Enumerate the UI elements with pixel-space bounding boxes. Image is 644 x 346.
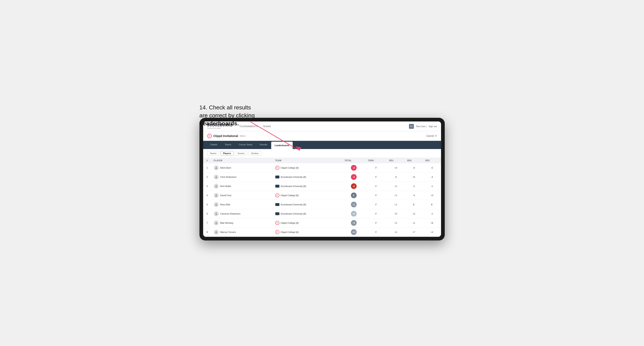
table-row: 2 Chris Robertson Scoreboard University …	[203, 173, 441, 182]
cell-rd2: +2	[405, 209, 423, 218]
filter-scores[interactable]: Scores	[235, 151, 247, 156]
tab-nav: Details Teams Course Setup Results Leade…	[203, 141, 441, 149]
svg-point-4	[216, 185, 217, 186]
cell-rd3: -5	[423, 163, 441, 173]
tournament-header: C Clippd Invitational (Men) Cancel ✕	[203, 131, 441, 141]
player-name: Rees Britt	[220, 203, 230, 206]
instruction-highlight: Leaderboards.	[200, 120, 239, 127]
cell-rd2: -6	[405, 163, 423, 173]
tournament-name: Clippd Invitational	[213, 134, 238, 138]
cell-total: -8	[342, 163, 366, 173]
table-row: 4 David Ford CClippd College [A]EF+1-4+3	[203, 191, 441, 200]
team-logo-clippd: C	[275, 230, 280, 234]
cell-thru: F	[366, 163, 387, 173]
score-badge: -2	[351, 183, 357, 189]
outer-container: 14. Check all results are correct by cli…	[200, 106, 445, 240]
player-name: Cameron Robertson	[220, 212, 240, 215]
cell-rd3: -4	[423, 173, 441, 182]
tablet-screen: SCOREBOARD Powered by clippd TOURNAMENTS…	[203, 122, 441, 237]
cell-rank: 1	[203, 163, 211, 173]
team-name: Clippd College [A]	[280, 231, 298, 233]
col-rd2: RD2	[405, 158, 423, 163]
table-row: 7 Blair McHarg CClippd College [A]+9F+2+…	[203, 218, 441, 228]
instruction-line2: are correct by clicking	[200, 112, 255, 119]
cell-thru: F	[366, 228, 387, 237]
cell-thru: F	[366, 182, 387, 191]
cancel-button[interactable]: Cancel ✕	[426, 135, 437, 137]
cell-team: Scoreboard University [A]	[273, 173, 342, 182]
team-logo-clippd: C	[275, 166, 280, 170]
svg-point-9	[216, 231, 217, 232]
cell-total: -4	[342, 173, 366, 182]
user-label: Test User |	[416, 125, 426, 128]
score-badge: -4	[351, 174, 357, 180]
player-avatar	[214, 202, 219, 207]
team-logo-clippd: C	[275, 193, 280, 197]
cell-thru: F	[366, 173, 387, 182]
tab-course-setup[interactable]: Course Setup	[236, 141, 256, 149]
cell-team: CClippd College [A]	[273, 228, 342, 237]
svg-point-5	[216, 194, 217, 195]
cell-team: Scoreboard University [A]	[273, 209, 342, 218]
cell-thru: F	[366, 218, 387, 228]
nav-teams[interactable]: TEAMS	[262, 124, 271, 128]
cell-thru: F	[366, 191, 387, 200]
player-avatar	[214, 174, 219, 179]
team-logo-scoreboard	[275, 175, 280, 178]
team-name: Clippd College [A]	[280, 222, 298, 224]
cell-player: David Ford	[211, 191, 273, 200]
filter-strokes[interactable]: Strokes	[248, 151, 261, 156]
cell-total: +11	[342, 228, 366, 237]
score-badge: +1	[351, 202, 357, 207]
header-right: TU Test User | Sign out	[409, 124, 437, 129]
col-thru: THRU	[366, 158, 387, 163]
cell-thru: F	[366, 200, 387, 209]
team-name: Scoreboard University [A]	[280, 176, 306, 178]
cell-team: CClippd College [A]	[273, 191, 342, 200]
cell-rd2: +1	[405, 218, 423, 228]
team-logo-scoreboard	[275, 212, 280, 215]
table-body: 1 Elliot Ebert CClippd College [A]-8F+3-…	[203, 163, 441, 237]
cell-total: +1	[342, 200, 366, 209]
cell-player: Rich Butler	[211, 182, 273, 191]
filter-players[interactable]: Players	[220, 151, 234, 156]
svg-point-8	[216, 222, 217, 223]
cell-rd1: +1	[387, 200, 405, 209]
player-name: Rich Butler	[220, 185, 231, 187]
col-total: TOTAL	[342, 158, 366, 163]
tab-leaderboards[interactable]: Leaderboards	[271, 142, 293, 149]
team-logo-scoreboard	[275, 203, 280, 206]
filter-teams[interactable]: Teams	[207, 151, 219, 156]
tablet-frame: SCOREBOARD Powered by clippd TOURNAMENTS…	[200, 118, 445, 240]
cell-rd3: -1	[423, 209, 441, 218]
tab-teams[interactable]: Teams	[221, 141, 234, 149]
cell-player: Chris Robertson	[211, 173, 273, 182]
col-rank: #	[203, 158, 211, 163]
cell-rank: 8	[203, 228, 211, 237]
cell-rd3: +3	[423, 191, 441, 200]
instruction-block: 14. Check all results are correct by cli…	[200, 104, 255, 128]
cell-player: Blair McHarg	[211, 218, 273, 228]
cell-team: CClippd College [A]	[273, 218, 342, 228]
team-name: Scoreboard University [A]	[280, 185, 306, 187]
cell-rd1: +1	[387, 182, 405, 191]
cell-rank: 3	[203, 182, 211, 191]
cell-rd3: +6	[423, 218, 441, 228]
tab-results[interactable]: Results	[256, 141, 270, 149]
table-row: 5 Rees Britt Scoreboard University [A]+1…	[203, 200, 441, 209]
main-nav: TOURNAMENTS TEAMS	[239, 124, 403, 128]
cell-rd3: +2	[423, 228, 441, 237]
tournament-category: (Men)	[240, 135, 246, 137]
tab-details[interactable]: Details	[207, 141, 221, 149]
cell-player: Cameron Robertson	[211, 209, 273, 218]
user-avatar: TU	[409, 124, 414, 129]
score-badge: E	[351, 192, 357, 198]
svg-point-6	[216, 203, 217, 204]
team-logo-clippd: C	[275, 221, 280, 225]
player-avatar	[214, 220, 219, 225]
cell-rd1: +5	[387, 209, 405, 218]
sign-out-link[interactable]: Sign out	[428, 125, 437, 128]
cell-rd2: +7	[405, 228, 423, 237]
cell-rd2: -4	[405, 191, 423, 200]
cell-rd1: +1	[387, 191, 405, 200]
